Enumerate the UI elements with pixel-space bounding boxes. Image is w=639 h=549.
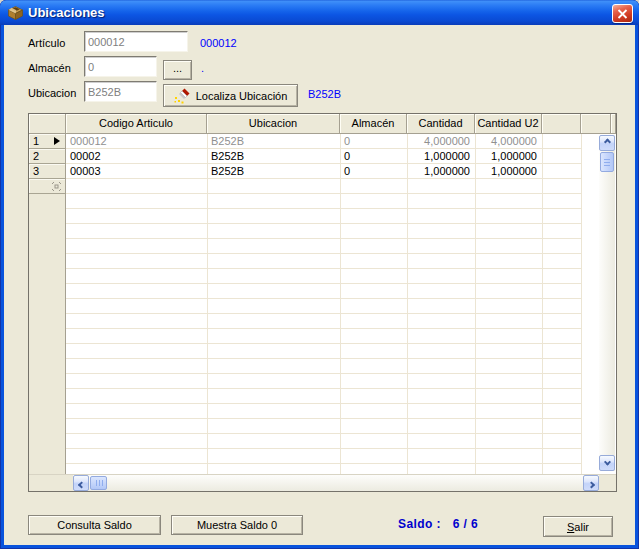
horizontal-scroll-thumb[interactable] <box>90 476 107 490</box>
salir-accelerator: S <box>567 521 574 533</box>
column-divider <box>340 134 341 474</box>
almacen-label: Almacén <box>28 62 71 74</box>
cell-codigo-articulo[interactable]: 00003 <box>66 164 207 179</box>
saldo-status: Saldo :6 / 6 <box>398 517 478 531</box>
scroll-left-button[interactable] <box>73 475 89 491</box>
corner-header[interactable] <box>29 114 66 134</box>
cell-ubicacion[interactable]: B252B <box>207 134 340 149</box>
ubicacion-input[interactable] <box>84 81 157 102</box>
articulo-echo: 000012 <box>200 37 237 49</box>
column-header-almacen[interactable]: Almacén <box>340 114 407 134</box>
column-header-codigo-articulo[interactable]: Codigo Articulo <box>66 114 207 134</box>
chevron-left-icon <box>77 481 84 488</box>
scroll-down-button[interactable] <box>599 455 615 471</box>
browse-almacen-button[interactable]: ... <box>163 60 192 80</box>
window-title: Ubicaciones <box>28 0 105 25</box>
current-row-marker-icon <box>54 137 60 145</box>
empty-column-header <box>581 114 611 134</box>
new-row-header[interactable] <box>29 179 65 194</box>
row-number: 2 <box>29 150 39 162</box>
articulo-label: Artículo <box>28 37 65 49</box>
ubicaciones-grid: Codigo Articulo Ubicacion Almacén Cantid… <box>28 113 617 492</box>
column-divider <box>207 134 208 474</box>
cell-cantidad-u2[interactable]: 1,000000 <box>475 164 542 179</box>
cell-almacen[interactable]: 0 <box>340 134 407 149</box>
column-divider <box>542 134 543 474</box>
grid-lines <box>66 134 581 474</box>
scroll-right-button[interactable] <box>583 475 599 491</box>
ubicacion-echo: B252B <box>308 88 341 100</box>
close-button[interactable] <box>612 4 633 23</box>
close-icon <box>617 9 628 19</box>
saldo-label: Saldo : <box>398 517 441 531</box>
grid-body: 000012 B252B 0 4,000000 4,000000 00002 B… <box>29 134 616 474</box>
row-header-3[interactable]: 3 <box>29 164 65 179</box>
saldo-value: 6 / 6 <box>453 517 478 531</box>
almacen-input[interactable] <box>84 56 157 77</box>
box-icon <box>7 4 24 21</box>
cell-ubicacion[interactable]: B252B <box>207 149 340 164</box>
chevron-down-icon <box>603 458 610 465</box>
cell-cantidad[interactable]: 1,000000 <box>407 149 475 164</box>
chevron-right-icon <box>587 481 594 488</box>
row-header-2[interactable]: 2 <box>29 149 65 164</box>
cell-cantidad[interactable]: 4,000000 <box>407 134 475 149</box>
column-divider <box>407 134 408 474</box>
table-row: 000012 B252B 0 4,000000 4,000000 <box>66 134 581 149</box>
column-header-ubicacion[interactable]: Ubicacion <box>207 114 340 134</box>
cell-almacen[interactable]: 0 <box>340 149 407 164</box>
salir-label-rest: alir <box>574 521 589 533</box>
muestra-saldo-button[interactable]: Muestra Saldo 0 <box>171 515 303 535</box>
column-divider <box>581 134 582 474</box>
column-divider <box>475 134 476 474</box>
table-row: 00002 B252B 0 1,000000 1,000000 <box>66 149 581 164</box>
empty-column-header <box>611 114 616 134</box>
horizontal-scrollbar[interactable] <box>73 475 599 491</box>
scroll-up-button[interactable] <box>599 135 615 151</box>
chevron-up-icon <box>603 138 610 145</box>
cell-cantidad[interactable]: 1,000000 <box>407 164 475 179</box>
ubicaciones-dialog: Ubicaciones Artículo 000012 Almacén ... … <box>0 0 639 549</box>
column-header-cantidad-u2[interactable]: Cantidad U2 <box>475 114 542 134</box>
cell-codigo-articulo[interactable]: 000012 <box>66 134 207 149</box>
cell-cantidad-u2[interactable]: 1,000000 <box>475 149 542 164</box>
cell-almacen[interactable]: 0 <box>340 164 407 179</box>
vertical-scroll-track[interactable] <box>599 172 615 455</box>
horizontal-scroll-track[interactable] <box>107 475 583 491</box>
cell-codigo-articulo[interactable]: 00002 <box>66 149 207 164</box>
vertical-scroll-thumb[interactable] <box>600 152 614 172</box>
salir-button[interactable]: Salir <box>543 516 613 537</box>
localiza-ubicacion-label: Localiza Ubicación <box>196 90 288 102</box>
grid-header: Codigo Articulo Ubicacion Almacén Cantid… <box>29 114 616 134</box>
column-header-cantidad[interactable]: Cantidad <box>407 114 475 134</box>
cell-cantidad-u2[interactable]: 4,000000 <box>475 134 542 149</box>
horizontal-scrollbar-row <box>29 474 616 491</box>
consulta-saldo-button[interactable]: Consulta Saldo <box>28 515 161 535</box>
localiza-ubicacion-button[interactable]: Localiza Ubicación <box>163 84 298 107</box>
cell-ubicacion[interactable]: B252B <box>207 164 340 179</box>
almacen-echo: . <box>201 62 204 74</box>
flashlight-icon <box>174 88 190 104</box>
row-number: 1 <box>29 135 39 147</box>
row-header-1[interactable]: 1 <box>29 134 65 149</box>
row-number: 3 <box>29 165 39 177</box>
table-row: 00003 B252B 0 1,000000 1,000000 <box>66 164 581 179</box>
articulo-input[interactable] <box>84 31 188 52</box>
empty-column-header <box>542 114 581 134</box>
new-row-icon <box>51 181 62 192</box>
ubicacion-label: Ubicacion <box>28 87 76 99</box>
titlebar[interactable]: Ubicaciones <box>0 0 639 25</box>
row-header-column: 1 2 3 <box>29 134 66 474</box>
vertical-scrollbar[interactable] <box>599 135 615 471</box>
